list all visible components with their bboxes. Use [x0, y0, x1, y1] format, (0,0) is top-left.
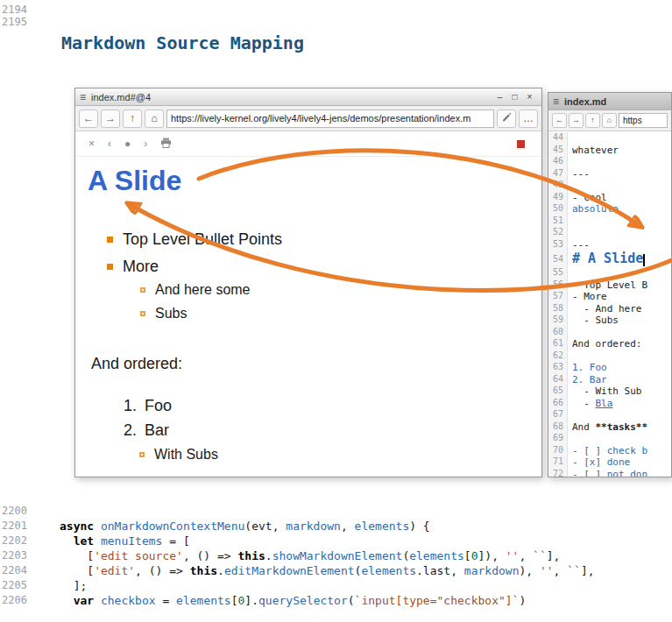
source-line: 631. Foo: [548, 362, 671, 374]
maximize-button[interactable]: □: [507, 92, 522, 102]
hamburger-menu-icon[interactable]: ≡: [80, 91, 86, 103]
source-line: 48: [548, 180, 671, 192]
ordered-number: 1.: [124, 397, 137, 415]
bullet-outline-square-icon: [140, 287, 145, 293]
source-line: 54# A Slide: [548, 251, 671, 267]
bullet-outline-square-icon: [140, 311, 145, 316]
window-rendered-markdown: ≡ index.md#@4 – □ × ← → ↑ ⌂ … × ‹ ● ›: [74, 88, 542, 477]
close-presentation-icon[interactable]: ×: [88, 138, 95, 150]
pencil-icon: [501, 111, 512, 122]
source-line: 62: [548, 350, 671, 363]
url-input[interactable]: [619, 113, 668, 128]
browser-navbar: ← → ↑ ⌂ …: [75, 106, 541, 131]
source-line: 67: [548, 409, 671, 421]
ordered-item: 1. Foo: [124, 397, 172, 415]
text-cursor: [643, 254, 645, 266]
edit-pencil-button[interactable]: [497, 110, 516, 128]
source-line: 56- Top Level B: [548, 279, 671, 292]
source-line: 58 - And here: [548, 303, 671, 315]
bullet-square-icon: [107, 264, 113, 270]
ordered-item: 2. Bar: [124, 421, 169, 440]
code-line: 2204 ['edit', () => this.editMarkdownEle…: [0, 564, 672, 579]
source-line: 45whatever: [548, 145, 671, 157]
bullet-item: Top Level Bullet Points: [107, 230, 282, 249]
code-line: 2201async onMarkdownContextMenu(evt, mar…: [0, 520, 672, 534]
forward-button[interactable]: →: [569, 113, 584, 128]
ordered-intro-text: And ordered:: [91, 355, 182, 373]
sub-bullet-item: With Subs: [139, 447, 218, 463]
source-line: 52: [548, 227, 671, 239]
window-source-editor: ≡ index.md ← → ↑ ⌂ 4445whatever4647---48…: [548, 92, 672, 477]
back-button[interactable]: ←: [79, 110, 98, 128]
source-line: 51: [548, 216, 671, 228]
more-options-button[interactable]: …: [519, 110, 538, 128]
editor-line-numbers-top: 2194 2195: [2, 4, 27, 28]
source-line: 55: [548, 267, 671, 279]
code-line: 2200: [0, 505, 672, 520]
url-input[interactable]: [166, 110, 494, 128]
source-line: 59 - Subs: [548, 315, 671, 327]
current-slide-dot-icon[interactable]: ●: [124, 138, 131, 150]
ordered-number: 2.: [124, 421, 137, 440]
source-line: 642. Bar: [548, 374, 671, 386]
back-button[interactable]: ←: [552, 113, 567, 128]
source-line: 47---: [548, 168, 671, 180]
source-line: 72- [ ] not don: [548, 469, 671, 477]
source-line: 50absolute: [548, 203, 671, 216]
source-line: 68And **tasks**: [548, 421, 671, 434]
hamburger-menu-icon[interactable]: ≡: [553, 95, 559, 108]
print-icon[interactable]: [160, 138, 172, 151]
window-title: index.md: [564, 96, 667, 107]
code-line: 2205 ];: [0, 579, 672, 594]
source-line: 57- More: [548, 291, 671, 303]
source-line: 61And ordered:: [548, 338, 671, 350]
screenshot-markdown-source-mapping: ≡ index.md#@4 – □ × ← → ↑ ⌂ … × ‹ ● ›: [74, 88, 672, 477]
close-button[interactable]: ×: [522, 92, 537, 102]
source-line: 69: [548, 433, 671, 445]
code-line: 2202 let menuItems = [: [0, 534, 672, 549]
bullet-square-icon: [107, 237, 113, 243]
presentation-toolbar: × ‹ ● ›: [75, 131, 541, 157]
window-titlebar[interactable]: ≡ index.md#@4 – □ ×: [75, 88, 541, 106]
minimize-button[interactable]: –: [492, 92, 507, 102]
page-title: Markdown Source Mapping: [61, 32, 304, 53]
source-line: 60: [548, 327, 671, 339]
forward-button[interactable]: →: [101, 110, 120, 128]
source-line: 66 - Bla: [548, 398, 671, 410]
up-button[interactable]: ↑: [585, 113, 600, 128]
recording-indicator: [517, 140, 525, 148]
bullet-outline-square-icon: [139, 452, 145, 457]
source-line: 70- [ ] check b: [548, 445, 671, 457]
sub-bullet-item: And here some: [140, 282, 251, 298]
source-line: 49- cool: [548, 192, 671, 204]
code-line: 2203 ['edit source', () => this.showMark…: [0, 549, 672, 564]
sub-bullet-item: Subs: [140, 306, 187, 322]
up-button[interactable]: ↑: [123, 110, 142, 128]
browser-navbar: ← → ↑ ⌂: [548, 110, 671, 131]
source-line: 46: [548, 156, 671, 168]
source-line: 44: [548, 132, 671, 145]
code-line: 2206 var checkbox = elements[0].querySel…: [0, 594, 672, 609]
line-number: 2194: [2, 4, 27, 16]
source-editor[interactable]: 4445whatever4647---4849- cool50absolute5…: [548, 132, 671, 477]
home-button[interactable]: ⌂: [602, 113, 617, 128]
next-slide-icon[interactable]: ›: [144, 138, 147, 150]
code-block[interactable]: 22002201async onMarkdownContextMenu(evt,…: [0, 505, 672, 609]
window-titlebar[interactable]: ≡ index.md: [548, 93, 671, 110]
bullet-item: More: [107, 258, 159, 276]
slide-content: A Slide Top Level Bullet Points More And…: [75, 158, 541, 477]
line-number: 2195: [2, 16, 27, 28]
window-title: index.md#@4: [91, 92, 492, 102]
source-line: 53---: [548, 239, 671, 251]
source-line: 65 - With Sub: [548, 385, 671, 398]
home-button[interactable]: ⌂: [145, 110, 164, 128]
source-line: 71- [x] done: [548, 456, 671, 469]
slide-heading: A Slide: [88, 165, 181, 197]
prev-slide-icon[interactable]: ‹: [108, 138, 111, 150]
